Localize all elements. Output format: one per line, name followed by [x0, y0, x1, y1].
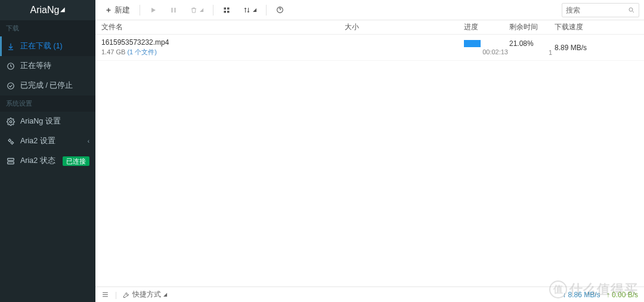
sort-button[interactable]: ◢ — [239, 4, 261, 16]
download-icon — [6, 42, 16, 51]
status-badge: 已连接 — [63, 156, 89, 166]
task-connections: 1 — [509, 49, 555, 56]
select-all-button[interactable] — [218, 4, 235, 16]
search-input[interactable] — [566, 6, 628, 14]
svg-rect-7 — [172, 8, 173, 13]
check-icon — [6, 82, 16, 90]
arrow-down-icon: ↓ — [562, 291, 566, 299]
footer-separator: | — [115, 291, 117, 299]
col-name[interactable]: 文件名 — [101, 22, 345, 32]
start-button[interactable] — [145, 4, 162, 16]
col-size[interactable]: 大小 — [345, 22, 464, 32]
svg-point-14 — [629, 8, 633, 11]
quick-settings-label: 快捷方式 — [132, 289, 161, 300]
sidebar-item-waiting[interactable]: 正在等待 — [0, 56, 95, 76]
trash-icon — [190, 7, 197, 14]
svg-rect-9 — [224, 7, 227, 10]
new-task-button[interactable]: 新建 — [100, 2, 135, 18]
global-download-speed: ↓ 8.86 MB/s — [562, 291, 600, 299]
wrench-icon — [123, 291, 130, 298]
gear-icon — [6, 118, 16, 126]
svg-point-1 — [8, 82, 14, 89]
sidebar-item-label: 正在下载 (1) — [20, 41, 63, 51]
sidebar-item-label: Aria2 设置 — [20, 136, 55, 146]
menu-icon[interactable] — [101, 291, 109, 298]
toolbar-separator — [140, 5, 140, 16]
gears-icon — [6, 137, 16, 146]
svg-rect-12 — [227, 11, 230, 13]
svg-point-4 — [11, 141, 13, 144]
sidebar-item-label: 正在等待 — [20, 61, 51, 71]
caret-icon: ◢ — [60, 0, 65, 20]
svg-rect-5 — [8, 158, 14, 161]
task-speed: 8.89 MB/s — [555, 44, 638, 52]
col-speed[interactable]: 下载速度 — [555, 22, 638, 32]
arrow-up-icon: ↑ — [606, 291, 610, 299]
svg-point-3 — [9, 139, 11, 141]
chevron-left-icon: ‹ — [88, 138, 89, 144]
progress-bar — [464, 40, 481, 47]
sort-icon — [243, 7, 250, 14]
task-size-line: 1.47 GB (1 个文件) — [101, 48, 345, 57]
svg-rect-8 — [175, 8, 176, 13]
clock-icon — [6, 62, 16, 70]
svg-rect-11 — [224, 11, 227, 13]
sidebar-item-aria2-status[interactable]: Aria2 状态 已连接 — [0, 151, 95, 171]
svg-rect-10 — [227, 7, 230, 10]
quick-settings-button[interactable]: 快捷方式 ◢ — [123, 289, 167, 300]
global-upload-speed: ↑ 0.00 B/s — [606, 291, 638, 299]
pause-button[interactable] — [165, 4, 182, 16]
col-remaining[interactable]: 剩余时间 — [509, 22, 555, 32]
delete-button[interactable]: ◢ — [185, 4, 208, 16]
svg-point-2 — [10, 121, 12, 123]
sidebar-item-ariang-settings[interactable]: AriaNg 设置 — [0, 112, 95, 131]
svg-rect-6 — [8, 162, 14, 164]
task-filename: 1615953573232.mp4 — [101, 38, 345, 47]
app-brand[interactable]: AriaNg◢ — [0, 0, 95, 20]
task-percent: 21.08% — [509, 39, 555, 48]
new-task-label: 新建 — [114, 5, 130, 16]
play-icon — [150, 7, 157, 14]
sidebar-item-label: AriaNg 设置 — [20, 116, 61, 127]
server-icon — [6, 157, 16, 165]
toolbar-separator — [213, 5, 213, 16]
app-brand-text: AriaNg — [30, 5, 60, 15]
help-button[interactable] — [271, 4, 289, 16]
sidebar-item-label: Aria2 状态 — [20, 156, 55, 166]
task-elapsed: 00:02:13 — [464, 48, 509, 56]
sidebar-item-stopped[interactable]: 已完成 / 已停止 — [0, 76, 95, 95]
caret-icon: ◢ — [253, 7, 256, 13]
sidebar-item-label: 已完成 / 已停止 — [20, 81, 73, 91]
caret-icon: ◢ — [163, 292, 167, 297]
toolbar-separator — [266, 5, 267, 16]
search-box[interactable] — [562, 3, 639, 17]
sidebar-section-download: 下载 — [0, 20, 95, 36]
sidebar-section-system: 系统设置 — [0, 95, 95, 112]
plus-icon — [105, 7, 112, 14]
sidebar-item-aria2-settings[interactable]: Aria2 设置 ‹ — [0, 131, 95, 151]
sidebar-item-downloading[interactable]: 正在下载 (1) — [0, 36, 95, 56]
col-progress[interactable]: 进度 — [464, 22, 509, 32]
grid-icon — [223, 7, 230, 14]
list-header: 文件名 大小 进度 剩余时间 下载速度 — [95, 20, 644, 35]
task-file-count[interactable]: (1 个文件) — [127, 48, 157, 56]
caret-icon: ◢ — [200, 7, 203, 13]
help-icon — [276, 6, 284, 14]
pause-icon — [170, 7, 177, 14]
search-icon — [628, 7, 635, 14]
task-row[interactable]: 1615953573232.mp4 1.47 GB (1 个文件) 00:02:… — [95, 35, 644, 61]
